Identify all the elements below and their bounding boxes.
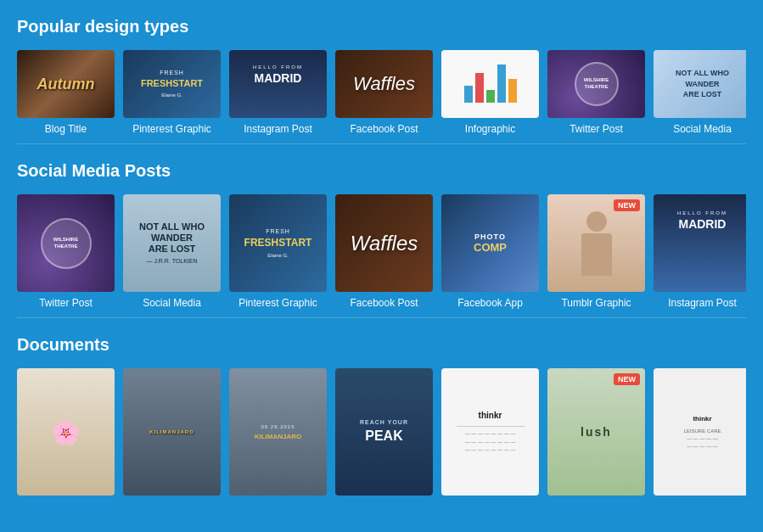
list-item[interactable]: KILIMANJARO: [123, 368, 221, 501]
list-item[interactable]: HELLO FROM MADRID Instagram Post: [654, 194, 746, 309]
item-label: Twitter Post: [39, 297, 93, 309]
list-item[interactable]: NOT ALL WHOWANDERARE LOST Social Media: [654, 50, 746, 135]
new-badge: NEW: [614, 199, 640, 211]
list-item[interactable]: NOT ALL WHOWANDERARE LOST — J.R.R. TOLKI…: [123, 194, 221, 309]
item-label: Pinterest Graphic: [132, 123, 211, 135]
popular-title: Popular design types: [17, 17, 746, 36]
list-item[interactable]: REACH YOUR PEAK: [335, 368, 433, 501]
list-item[interactable]: 🌸: [17, 368, 115, 501]
facebook-post-thumb: Waffles: [335, 194, 433, 292]
item-label: Twitter Post: [569, 123, 623, 135]
flower-doc-thumb: 🌸: [17, 368, 115, 496]
pinterest-graphic-thumb: FRESH FRESHSTART Elaine G.: [123, 50, 221, 118]
list-item[interactable]: FRESH FRESHSTART Elaine G. Pinterest Gra…: [123, 50, 221, 135]
list-item[interactable]: thinkr — — — — — — — — — — — — — — — — —…: [441, 368, 539, 501]
item-label: Facebook App: [457, 297, 523, 309]
list-item[interactable]: WILSHIRETHEATRE Twitter Post: [547, 50, 645, 135]
pinterest-graphic-thumb: FRESH FRESHSTART Elaine G.: [229, 194, 327, 292]
item-label: Social Media: [143, 297, 201, 309]
social-media-thumb: NOT ALL WHOWANDERARE LOST — J.R.R. TOLKI…: [123, 194, 221, 292]
mountain-doc-thumb: KILIMANJARO: [123, 368, 221, 496]
documents-section: Documents 🌸 KILIMANJARO 09.28.2015 KILIM…: [0, 318, 763, 509]
new-badge: NEW: [614, 373, 640, 385]
item-label: Facebook Post: [350, 297, 418, 309]
documents-title: Documents: [17, 335, 746, 355]
popular-grid: Autumn Blog Title FRESH FRESHSTART Elain…: [17, 50, 746, 135]
blog-title-thumb: Autumn: [17, 50, 115, 118]
item-label: Instagram Post: [244, 123, 312, 135]
item-label: Social Media: [673, 123, 732, 135]
item-label: Instagram Post: [668, 297, 737, 309]
list-item[interactable]: Infographic: [441, 50, 539, 135]
mountain2-doc-thumb: 09.28.2015 KILIMANJARO: [229, 368, 327, 496]
item-label: Infographic: [465, 123, 515, 135]
item-label: Facebook Post: [350, 123, 418, 135]
social-media-thumb-popular: NOT ALL WHOWANDERARE LOST: [654, 50, 746, 118]
popular-section: Popular design types Autumn Blog Title F…: [0, 0, 763, 143]
social-title: Social Media Posts: [17, 161, 746, 181]
item-label: Pinterest Graphic: [238, 297, 317, 309]
facebook-app-thumb: PHOTO COMP: [441, 194, 539, 292]
list-item[interactable]: WILSHIRETHEATRE Twitter Post: [17, 194, 115, 309]
documents-grid: 🌸 KILIMANJARO 09.28.2015 KILIMANJARO: [17, 368, 746, 501]
list-item[interactable]: FRESH FRESHSTART Elaine G. Pinterest Gra…: [229, 194, 327, 309]
instagram-post-thumb: HELLO FROM MADRID: [229, 50, 327, 118]
list-item[interactable]: Waffles Facebook Post: [335, 194, 433, 309]
social-grid: WILSHIRETHEATRE Twitter Post NOT ALL WHO…: [17, 194, 746, 309]
list-item[interactable]: HELLO FROM MADRID Instagram Post: [229, 50, 327, 135]
twitter-post-thumb-popular: WILSHIRETHEATRE: [547, 50, 645, 118]
list-item[interactable]: PHOTO COMP Facebook App: [441, 194, 539, 309]
list-item[interactable]: thinkr LEISURE CARE — — — — — — — — — —: [654, 368, 746, 501]
thinkr-doc-thumb: thinkr — — — — — — — — — — — — — — — — —…: [441, 368, 539, 496]
infographic-thumb: [441, 50, 539, 118]
leisurecare-doc-thumb: thinkr LEISURE CARE — — — — — — — — — —: [654, 368, 746, 496]
item-label: Tumblr Graphic: [561, 297, 631, 309]
list-item[interactable]: Waffles Facebook Post: [335, 50, 433, 135]
list-item[interactable]: NEW Tumblr Graphic: [547, 194, 645, 309]
item-label: Blog Title: [45, 123, 87, 135]
twitter-post-thumb: WILSHIRETHEATRE: [17, 194, 115, 292]
facebook-post-thumb: Waffles: [335, 50, 433, 118]
lush-doc-thumb: NEW lush: [547, 368, 645, 496]
tumblr-graphic-thumb: NEW: [547, 194, 645, 292]
list-item[interactable]: 09.28.2015 KILIMANJARO: [229, 368, 327, 501]
list-item[interactable]: NEW lush: [547, 368, 645, 501]
peak-doc-thumb: REACH YOUR PEAK: [335, 368, 433, 496]
instagram-post-thumb2: HELLO FROM MADRID: [654, 194, 746, 292]
social-section: Social Media Posts WILSHIRETHEATRE Twitt…: [0, 144, 763, 317]
list-item[interactable]: Autumn Blog Title: [17, 50, 115, 135]
